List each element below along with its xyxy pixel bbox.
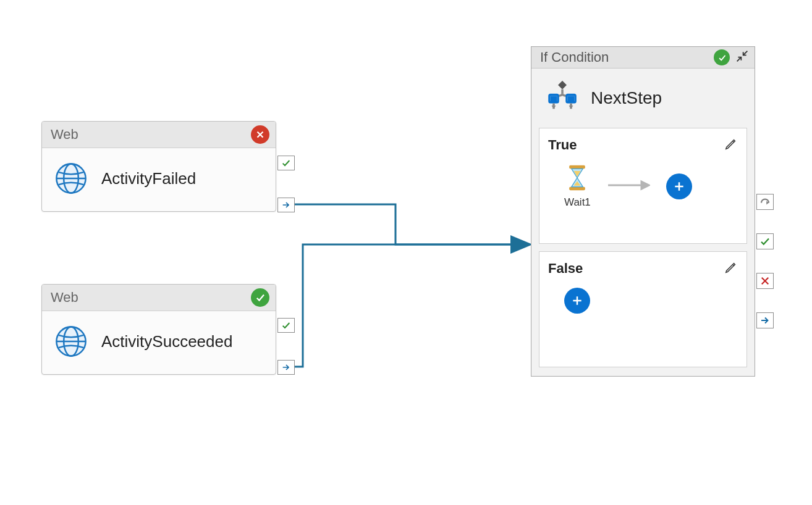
branch-false-label: False: [548, 261, 583, 277]
if-condition-icon: [545, 80, 580, 117]
collapse-icon[interactable]: [736, 50, 748, 65]
branch-false-body: [548, 288, 738, 314]
activity-header: Web: [42, 122, 276, 148]
svg-marker-13: [569, 106, 573, 109]
activity-body: ActivitySucceeded: [42, 311, 276, 374]
status-failed-icon: [251, 125, 269, 144]
svg-marker-12: [552, 106, 556, 109]
status-succeeded-icon: [714, 49, 730, 65]
port-completion[interactable]: [277, 360, 295, 375]
svg-marker-7: [558, 81, 567, 90]
branch-true-body: Wait1: [548, 164, 738, 209]
activity-type-label: Web: [51, 290, 78, 306]
wait-activity-name: Wait1: [564, 196, 591, 209]
activity-web-failed[interactable]: Web ActivityFailed: [41, 121, 276, 212]
globe-icon: [54, 162, 88, 195]
activity-web-succeeded[interactable]: Web ActivitySucceeded: [41, 284, 276, 375]
port-success[interactable]: [756, 233, 774, 249]
port-skip[interactable]: [756, 194, 774, 210]
add-activity-button[interactable]: [564, 288, 590, 314]
wait-activity[interactable]: Wait1: [564, 164, 591, 209]
branch-false[interactable]: False: [539, 251, 747, 367]
activity-header: Web: [42, 285, 276, 311]
port-success[interactable]: [277, 156, 295, 170]
svg-rect-15: [570, 187, 586, 191]
if-condition-name: NextStep: [591, 88, 662, 108]
svg-rect-11: [568, 96, 575, 101]
branch-true[interactable]: True: [539, 128, 747, 244]
arrow-right-icon: [607, 179, 650, 194]
activity-if-condition[interactable]: If Condition: [531, 46, 755, 377]
if-condition-title-row: NextStep: [531, 69, 755, 128]
edit-icon[interactable]: [724, 261, 738, 277]
activity-name: ActivitySucceeded: [101, 332, 232, 351]
port-completion[interactable]: [277, 198, 295, 212]
svg-marker-17: [641, 182, 649, 189]
status-succeeded-icon: [251, 288, 269, 307]
add-activity-button[interactable]: [666, 173, 692, 199]
activity-body: ActivityFailed: [42, 148, 276, 211]
branches-container: True: [531, 128, 755, 376]
port-fail[interactable]: [756, 273, 774, 289]
if-condition-type-label: If Condition: [540, 49, 609, 65]
port-completion[interactable]: [756, 312, 774, 328]
branch-header: True: [548, 137, 738, 153]
activity-type-label: Web: [51, 127, 78, 143]
if-condition-header: If Condition: [531, 47, 755, 69]
svg-rect-14: [570, 165, 586, 169]
globe-icon: [54, 325, 88, 358]
pipeline-canvas[interactable]: Web ActivityFailed Web: [0, 0, 812, 505]
branch-true-label: True: [548, 137, 577, 153]
svg-rect-10: [551, 96, 557, 101]
port-success[interactable]: [277, 318, 295, 333]
branch-header: False: [548, 261, 738, 277]
hourglass-icon: [565, 164, 590, 194]
edit-icon[interactable]: [724, 137, 738, 153]
activity-name: ActivityFailed: [101, 169, 196, 188]
